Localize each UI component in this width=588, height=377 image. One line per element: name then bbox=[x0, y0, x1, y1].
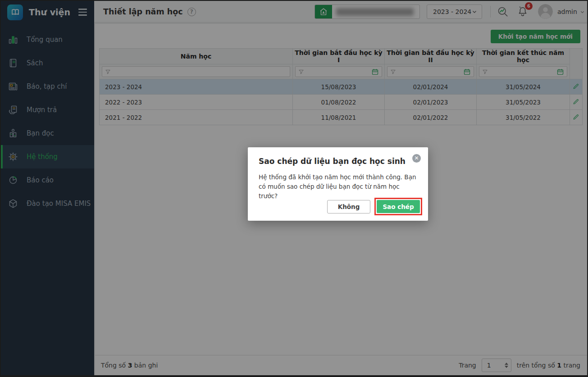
modal-title: Sao chép dữ liệu bạn đọc học sinh bbox=[259, 157, 417, 166]
copy-readers-modal: Sao chép dữ liệu bạn đọc học sinh ✕ Hệ t… bbox=[248, 147, 428, 221]
annotation-highlight-box: Sao chép bbox=[374, 198, 422, 215]
modal-message: Hệ thống đã khởi tạo năm học mới thành c… bbox=[259, 173, 419, 201]
modal-actions: Không Sao chép bbox=[327, 198, 422, 215]
close-icon[interactable]: ✕ bbox=[412, 154, 421, 163]
confirm-copy-button[interactable]: Sao chép bbox=[377, 200, 420, 213]
decline-button[interactable]: Không bbox=[327, 200, 370, 213]
app-window: Thư viện Tổng quan bbox=[0, 0, 588, 377]
